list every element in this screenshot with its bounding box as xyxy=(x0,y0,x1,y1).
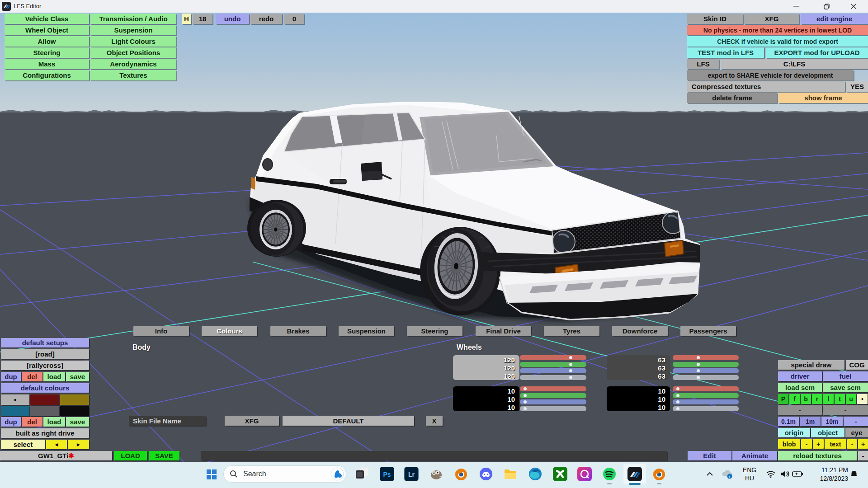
svg-text:i: i xyxy=(729,474,731,479)
svg-text:Ps: Ps xyxy=(383,471,391,478)
svg-text:Lr: Lr xyxy=(408,471,415,478)
